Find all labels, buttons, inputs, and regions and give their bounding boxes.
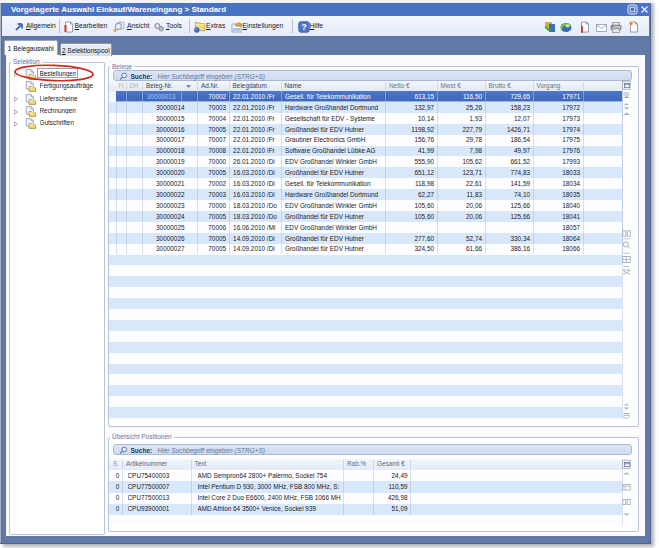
svg-text:?: ? [301, 22, 307, 32]
